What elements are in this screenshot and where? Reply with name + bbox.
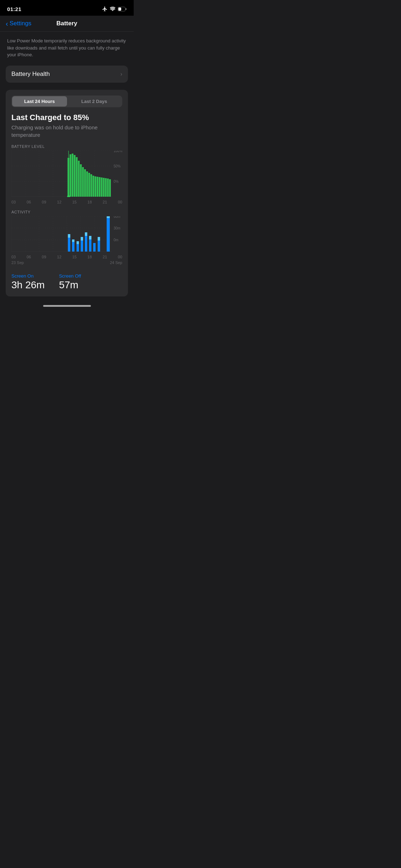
screen-off-label: Screen Off [59,273,81,279]
svg-rect-29 [99,177,101,197]
svg-rect-31 [103,178,105,197]
svg-rect-57 [81,241,83,252]
act-x-label-03: 03 [11,255,16,259]
act-x-label-09: 09 [42,255,46,259]
home-bar [43,305,91,307]
svg-text:60m: 60m [114,216,120,218]
svg-rect-53 [72,242,74,252]
svg-rect-18 [76,157,78,197]
screen-stats: Screen On 3h 26m Screen Off 57m [11,269,122,291]
x-label-15: 15 [72,200,77,204]
svg-rect-63 [93,243,96,252]
screen-on-label: Screen On [11,273,45,279]
activity-svg: 60m 30m 0m [11,216,122,252]
svg-rect-21 [82,167,84,197]
wifi-icon [110,7,115,11]
act-x-label-15: 15 [72,255,77,259]
svg-rect-17 [74,155,76,197]
battery-chart-section: Last 24 Hours Last 2 Days Last Charged t… [6,90,128,296]
svg-rect-52 [68,234,70,238]
svg-rect-55 [77,244,79,252]
svg-rect-25 [91,174,92,197]
battery-x-labels: 03 06 09 12 15 18 21 00 [11,198,122,204]
battery-health-card: Battery Health › [6,66,128,83]
svg-rect-59 [85,236,87,252]
screen-on-value: 3h 26m [11,279,45,291]
battery-level-svg: 100% 50% 0% [11,151,122,197]
svg-rect-16 [72,154,73,197]
svg-rect-30 [101,177,103,197]
svg-rect-19 [78,161,80,197]
svg-text:30m: 30m [114,226,120,230]
activity-chart: 60m 30m 0m 03 06 09 12 15 18 21 00 23 Se… [11,216,122,265]
svg-rect-20 [80,164,82,197]
x-label-06: 06 [27,200,31,204]
svg-rect-27 [94,176,96,197]
status-icons [102,6,127,12]
page-title: Battery [56,20,77,27]
x-label-00: 00 [118,200,122,204]
chart-dates: 23 Sep 24 Sep [11,259,122,265]
segment-24h[interactable]: Last 24 Hours [12,96,67,107]
svg-rect-66 [107,218,110,252]
svg-text:0m: 0m [114,238,119,242]
battery-health-label: Battery Health [11,71,50,78]
svg-rect-61 [89,239,92,252]
svg-rect-58 [81,237,83,241]
svg-rect-32 [105,178,107,197]
date-label-start: 23 Sep [11,260,24,265]
svg-text:100%: 100% [114,151,122,153]
segment-2days[interactable]: Last 2 Days [67,96,122,107]
battery-health-chevron: › [120,71,122,77]
svg-rect-34 [109,179,111,197]
status-time: 01:21 [7,6,21,12]
date-label-end: 24 Sep [110,260,122,265]
svg-rect-51 [68,238,70,252]
charge-subtitle: Charging was on hold due to iPhone tempe… [11,124,122,139]
x-label-09: 09 [42,200,46,204]
battery-level-label: BATTERY LEVEL [11,144,122,149]
svg-rect-15 [70,154,71,197]
back-label: Settings [10,20,31,27]
back-chevron-icon: ‹ [6,20,8,28]
svg-rect-26 [92,176,94,197]
act-x-label-06: 06 [27,255,31,259]
nav-bar: ‹ Settings Battery [0,16,134,32]
svg-rect-60 [85,232,87,236]
x-label-03: 03 [11,200,16,204]
charge-title: Last Charged to 85% [11,113,122,122]
svg-rect-67 [107,216,110,218]
svg-rect-1 [125,8,127,10]
svg-rect-62 [89,236,92,239]
svg-rect-56 [77,241,79,244]
content: Low Power Mode temporarily reduces backg… [0,32,134,296]
activity-label: ACTIVITY [11,210,122,214]
svg-rect-2 [118,7,121,11]
home-indicator [0,302,134,308]
airplane-icon [102,6,108,12]
act-x-label-12: 12 [57,255,61,259]
battery-icon [118,7,127,11]
svg-rect-65 [98,237,100,241]
svg-rect-33 [107,179,109,197]
act-x-label-18: 18 [87,255,92,259]
back-button[interactable]: ‹ Settings [6,20,31,28]
svg-rect-28 [97,177,98,197]
screen-off-stat: Screen Off 57m [59,273,81,291]
svg-rect-64 [98,241,100,252]
svg-rect-23 [86,171,88,197]
battery-health-row[interactable]: Battery Health › [6,66,128,83]
screen-off-value: 57m [59,279,81,291]
svg-text:0%: 0% [114,179,119,183]
x-label-12: 12 [57,200,61,204]
activity-x-labels: 03 06 09 12 15 18 21 00 [11,253,122,259]
x-label-18: 18 [87,200,92,204]
segment-control[interactable]: Last 24 Hours Last 2 Days [11,95,122,107]
status-bar: 01:21 [0,0,134,16]
svg-rect-54 [72,239,74,242]
low-power-description: Low Power Mode temporarily reduces backg… [0,32,134,64]
act-x-label-21: 21 [103,255,107,259]
svg-text:50%: 50% [114,164,121,168]
x-label-21: 21 [103,200,107,204]
svg-rect-24 [88,173,90,197]
